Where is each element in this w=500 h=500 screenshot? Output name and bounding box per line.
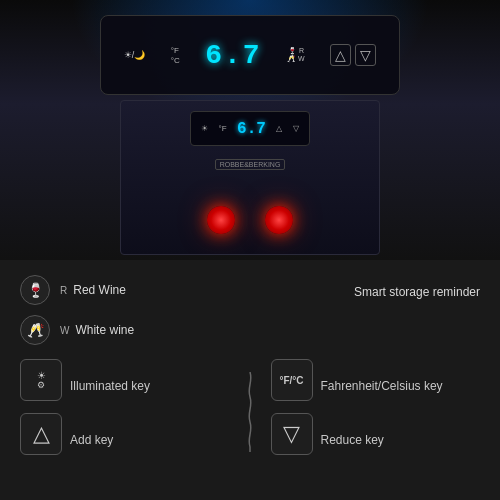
right-keys: °F/°C Fahrenheit/Celsius key ▽ Reduce ke… <box>263 359 481 455</box>
down-arrow[interactable]: ▽ <box>355 44 376 66</box>
illuminated-icon: ☀ ⚙ <box>37 371 46 390</box>
bottle-light-left <box>207 206 235 234</box>
inner-display: 6.7 <box>237 120 266 138</box>
wavy-divider <box>238 359 263 455</box>
celsius-label: °C <box>171 56 180 65</box>
device-area: ☀/🌙 °F °C 6.7 🍷 R 🥂 W △ ▽ <box>0 0 500 260</box>
reduce-key-label: Reduce key <box>321 421 384 447</box>
inner-icon: ☀ <box>201 124 208 133</box>
left-keys: ☀ ⚙ Illuminated key △ Add key <box>20 359 238 455</box>
reduce-key-icon: ▽ <box>283 421 300 447</box>
add-key-item: △ Add key <box>20 413 238 455</box>
red-wine-item: 🍷 R Red Wine <box>20 275 134 305</box>
white-wine-item: 🥂 W White wine <box>20 315 134 345</box>
white-wine-letter: W <box>60 325 69 336</box>
red-wine-letter: R <box>60 285 67 296</box>
light-icon-group: ☀/🌙 <box>124 50 146 61</box>
inner-arrow-down: ▽ <box>293 124 299 133</box>
fahrenheit-key-item: °F/°C Fahrenheit/Celsius key <box>271 359 481 401</box>
inner-arrow-up: △ <box>276 124 282 133</box>
bottle-light-right <box>265 206 293 234</box>
white-wine-icon: 🥂 <box>27 322 44 338</box>
wine-types-list: 🍷 R Red Wine 🥂 W White wine <box>20 275 134 345</box>
add-key-icon-box: △ <box>20 413 62 455</box>
white-wine-label-group: W White wine <box>60 323 134 337</box>
keys-section: ☀ ⚙ Illuminated key △ Add key <box>20 359 480 455</box>
display-group: 6.7 <box>205 40 261 71</box>
device-body: ☀/🌙 °F °C 6.7 🍷 R 🥂 W △ ▽ <box>90 15 410 255</box>
add-key-icon: △ <box>33 421 50 447</box>
sun-inner: ☀ <box>37 371 46 381</box>
wine-mode-indicator: 🍷 R 🥂 W <box>287 47 305 63</box>
smart-storage-label: Smart storage reminder <box>354 275 480 299</box>
wavy-line-icon <box>243 372 257 452</box>
reduce-key-icon-box: ▽ <box>271 413 313 455</box>
fahrenheit-key-label: Fahrenheit/Celsius key <box>321 367 443 393</box>
control-panel: ☀/🌙 °F °C 6.7 🍷 R 🥂 W △ ▽ <box>100 15 400 95</box>
white-wine-name: White wine <box>75 323 134 337</box>
white-wine-icon-wrap: 🥂 <box>20 315 50 345</box>
red-wine-name: Red Wine <box>73 283 126 297</box>
bottle-label-area: ROBBE&BERKING <box>200 153 300 171</box>
up-arrow[interactable]: △ <box>330 44 351 66</box>
fahrenheit-label: °F <box>171 46 180 55</box>
fahrenheit-key-icon-box: °F/°C <box>271 359 313 401</box>
red-wine-icon-wrap: 🍷 <box>20 275 50 305</box>
info-area: 🍷 R Red Wine 🥂 W White wine Smart storag… <box>0 260 500 500</box>
temp-unit-group: °F °C <box>171 46 180 65</box>
illuminated-key-icon-box: ☀ ⚙ <box>20 359 62 401</box>
temperature-display: 6.7 <box>205 40 261 71</box>
illuminated-key-label: Illuminated key <box>70 367 150 393</box>
arrow-buttons: △ ▽ <box>330 44 376 66</box>
fridge-body: ☀ °F 6.7 △ ▽ ROBBE&BERKING <box>120 100 380 255</box>
red-wine-label-group: R Red Wine <box>60 283 126 297</box>
w-indicator: 🥂 W <box>287 55 305 63</box>
inner-panel: ☀ °F 6.7 △ ▽ <box>190 111 310 146</box>
fahrenheit-key-icon: °F/°C <box>279 375 303 386</box>
r-indicator: 🍷 R <box>288 47 304 55</box>
bottle-label: ROBBE&BERKING <box>215 159 286 170</box>
red-wine-icon: 🍷 <box>27 282 44 298</box>
bottle-lights <box>207 206 293 234</box>
gear-inner: ⚙ <box>37 381 45 390</box>
temp-unit-icons: °F °C <box>171 46 180 65</box>
add-key-label: Add key <box>70 421 113 447</box>
light-icon: ☀/🌙 <box>124 50 146 61</box>
illuminated-key-item: ☀ ⚙ Illuminated key <box>20 359 238 401</box>
inner-temp-unit: °F <box>219 124 227 133</box>
reduce-key-item: ▽ Reduce key <box>271 413 481 455</box>
top-info-row: 🍷 R Red Wine 🥂 W White wine Smart storag… <box>20 275 480 345</box>
